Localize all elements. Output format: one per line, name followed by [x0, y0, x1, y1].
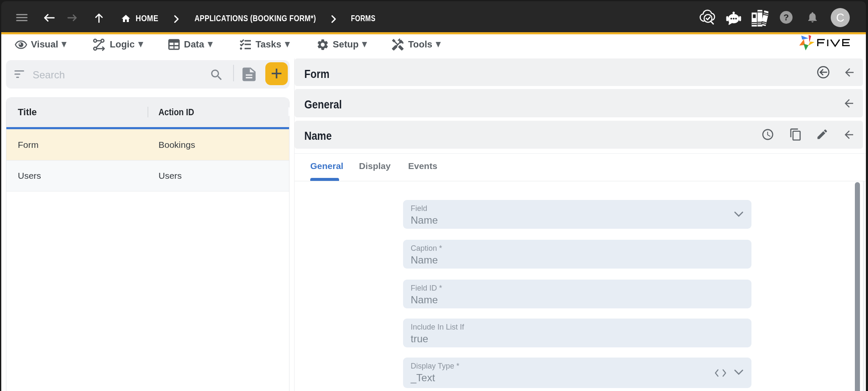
svg-text:C: C	[836, 11, 845, 24]
svg-text:?: ?	[784, 12, 789, 22]
